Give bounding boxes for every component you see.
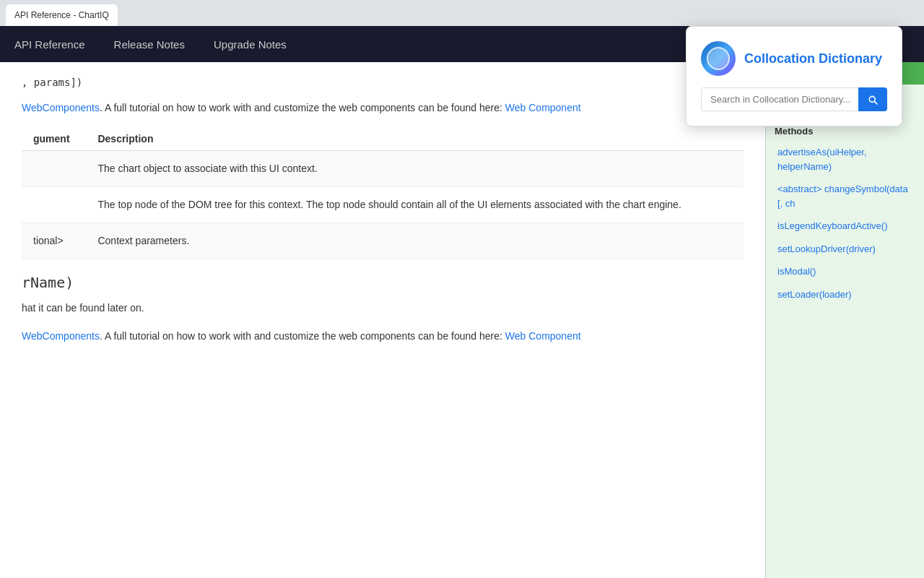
popup-search-row: [701, 87, 887, 111]
col-header-argument: gument: [22, 127, 86, 151]
cell-desc-3: Context parameters.: [86, 223, 744, 259]
nav-upgrade-notes[interactable]: Upgrade Notes: [214, 35, 287, 54]
parameters-table: gument Description The chart object to a…: [22, 127, 744, 259]
link-webcomponent-1[interactable]: Web Component: [505, 102, 581, 113]
search-button[interactable]: [858, 87, 887, 111]
doc-text-webcomponents-1: WebComponents. A full tutorial on how to…: [22, 100, 744, 116]
link-webcomponents-1[interactable]: WebComponents: [22, 102, 100, 113]
col-header-description: Description: [86, 127, 744, 151]
doc-area: , params]) WebComponents. A full tutoria…: [0, 62, 765, 578]
sidebar-method-islegend[interactable]: isLegendKeyboardActive(): [766, 215, 924, 238]
link-webcomponents-2[interactable]: WebComponents: [22, 330, 100, 342]
nav-api-reference[interactable]: API Reference: [14, 35, 85, 54]
doc-text-webcomponents-2: WebComponents. A full tutorial on how to…: [22, 328, 744, 344]
search-icon: [867, 94, 879, 105]
cell-arg-1: [22, 151, 86, 187]
browser-tab-bar: API Reference - ChartIQ: [0, 0, 924, 26]
sidebar-method-advertise[interactable]: advertiseAs(uiHelper, helperName): [766, 141, 924, 178]
popup-title: Collocation Dictionary: [744, 51, 882, 66]
table-row: The chart object to associate with this …: [22, 151, 744, 187]
active-tab[interactable]: API Reference - ChartIQ: [6, 4, 118, 26]
logo-inner: [707, 47, 730, 70]
doc-heading-params: , params]): [22, 77, 744, 88]
table-row: tional> Context parameters.: [22, 223, 744, 259]
link-webcomponent-2[interactable]: Web Component: [505, 330, 581, 342]
nav-release-notes[interactable]: Release Notes: [114, 35, 185, 54]
right-sidebar: CIQ.UI. Context new Context(stx, topNode…: [765, 62, 924, 578]
search-input[interactable]: [701, 87, 858, 111]
popup-title-part1: Collocation: [744, 51, 815, 66]
method-heading: rName): [22, 274, 744, 291]
collocation-dictionary-popup: Collocation Dictionary: [686, 26, 902, 126]
popup-title-part2: Dictionary: [819, 51, 882, 66]
cell-desc-1: The chart object to associate with this …: [86, 151, 744, 187]
cell-desc-2: The top node of the DOM tree for this co…: [86, 187, 744, 223]
sidebar-method-setlookup[interactable]: setLookupDriver(driver): [766, 238, 924, 261]
table-row: The top node of the DOM tree for this co…: [22, 187, 744, 223]
cell-arg-3: tional>: [22, 223, 86, 259]
sidebar-method-ismodal[interactable]: isModal(): [766, 260, 924, 283]
main-content: , params]) WebComponents. A full tutoria…: [0, 62, 924, 578]
cell-arg-2: [22, 187, 86, 223]
popup-header: Collocation Dictionary: [701, 41, 887, 76]
sidebar-method-setloader[interactable]: setLoader(loader): [766, 283, 924, 306]
collocation-logo: [701, 41, 736, 76]
sidebar-method-changesymbol[interactable]: <abstract> changeSymbol(data [, ch: [766, 178, 924, 215]
doc-text-found: hat it can be found later on.: [22, 300, 744, 316]
tab-label: API Reference - ChartIQ: [14, 10, 109, 20]
